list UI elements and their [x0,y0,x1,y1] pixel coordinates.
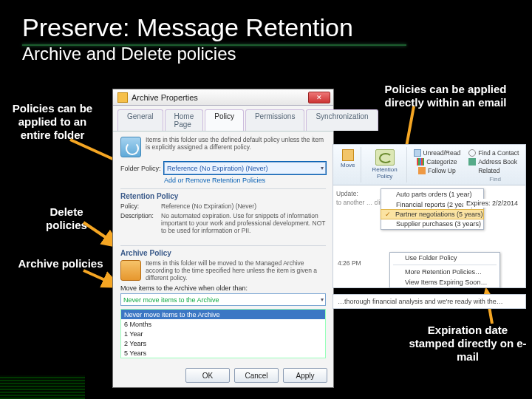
archive-policy-heading: Archive Policy [120,245,326,257]
tab-sync[interactable]: Synchronization [306,109,378,131]
search-icon [468,149,476,157]
menu-item[interactable]: Supplier purchases (3 years) [381,219,483,229]
callout-expires: Expiration date stamped directly on e-ma… [405,324,531,364]
message-preview: …thorough financial analysis and we're r… [332,294,526,309]
list-item[interactable]: Never move items to the Archive [121,310,325,319]
archive-properties-dialog: Archive Properties ✕ General Home Page P… [112,89,334,388]
slide-subtitle: Archive and Delete policies [0,44,532,72]
time-label: 4:26 PM [338,259,361,267]
unread-button[interactable]: Unread/Read [412,149,463,157]
tags-group: Unread/Read Categorize Follow Up [409,147,466,183]
folder-policy-label: Folder Policy: [120,165,161,172]
retention-desc-row: Description:No automated expiration. Use… [120,212,326,234]
retention-section: Items in this folder use the defined def… [113,132,333,236]
followup-button[interactable]: Follow Up [417,166,457,175]
find-contact-input[interactable]: Find a Contact [467,149,523,157]
expires-stamp: Expires: 2/2/2014 [463,199,521,208]
retention-icon [375,149,395,166]
archive-options-list[interactable]: Never move items to the Archive 6 Months… [120,309,326,358]
list-item[interactable]: 5 Years [121,348,325,358]
retention-submenu-1: Auto parts orders (1 year) Financial rep… [381,188,484,230]
menu-item[interactable]: Auto parts orders (1 year) [381,189,483,200]
menu-separator [393,265,497,265]
title-underline [22,44,406,46]
tab-permissions[interactable]: Permissions [245,109,304,131]
dialog-tabs: General Home Page Policy Permissions Syn… [113,106,333,132]
expires-value: 2/2/2014 [492,200,518,207]
close-button[interactable]: ✕ [308,92,330,103]
check-icon: ✓ [385,211,391,218]
categorize-icon [417,158,424,166]
tab-general[interactable]: General [117,109,163,131]
envelope-icon [414,149,421,157]
address-book-button[interactable]: Address Book [467,157,523,166]
list-item[interactable]: 1 Year [121,329,325,338]
folder-policy-select[interactable]: Reference (No Expiration) (Never) [164,162,326,174]
flag-icon [418,167,426,174]
retention-group: Retention Policy [364,147,407,183]
ribbon-top: Move Retention Policy Unread/Read Catego… [333,145,525,185]
menu-item-selected[interactable]: ✓Partner negotiations (5 years) [381,209,484,219]
folder-icon [117,92,128,103]
callout-email: Policies can be applied directly within … [368,83,523,109]
dialog-buttons: OK Cancel Apply [185,368,327,383]
tab-policy[interactable]: Policy [205,109,244,131]
outlook-ribbon: Move Retention Policy Unread/Read Catego… [332,144,526,288]
move-icon [342,149,354,161]
archive-description: Items in this folder will be moved to th… [146,260,326,282]
retention-description: Items in this folder use the defined def… [146,137,326,151]
move-items-label: Move items to the Archive when older tha… [120,284,326,292]
add-remove-policies-link[interactable]: Add or Remove Retention Policies [164,177,326,184]
retention-policy-button[interactable]: Retention Policy [366,149,403,180]
slide-title: Preserve: Message Retention [0,0,532,44]
find-label: Find [467,175,523,183]
menu-item[interactable]: View Items Expiring Soon… [390,277,499,287]
cancel-button[interactable]: Cancel [234,368,279,383]
list-item[interactable]: 2 Years [121,338,325,348]
categorize-button[interactable]: Categorize [415,157,458,166]
address-book-icon [468,158,476,166]
archive-age-select[interactable]: Never move items to the Archive [120,293,326,306]
dialog-titlebar[interactable]: Archive Properties ✕ [113,89,333,106]
retention-policy-row: Policy:Reference (No Expiration) (Never) [120,202,326,210]
menu-item[interactable]: Use Folder Policy [390,253,499,263]
retention-policy-heading: Retention Policy [120,188,326,200]
related-button[interactable]: Related [467,166,523,175]
retention-icon [120,137,141,157]
move-button[interactable]: Move [338,149,358,169]
menu-item[interactable]: More Retention Policies… [390,267,499,277]
ok-button[interactable]: OK [185,368,230,383]
tab-homepage[interactable]: Home Page [165,109,204,131]
expires-label: Expires: [466,200,491,207]
list-item[interactable]: 6 Months [121,319,325,329]
ribbon-body: Update: to another … click …recent versi… [333,185,525,211]
dialog-title: Archive Properties [132,93,308,102]
decorative-footer [0,375,85,399]
retention-submenu-2: Use Folder Policy More Retention Policie… [389,252,500,288]
archive-section: Archive Policy Items in this folder will… [113,236,333,360]
apply-button[interactable]: Apply [283,368,327,383]
find-group: Find a Contact Address Book Related Find [467,147,523,183]
archive-icon [120,260,141,281]
move-group: Move [335,147,361,183]
